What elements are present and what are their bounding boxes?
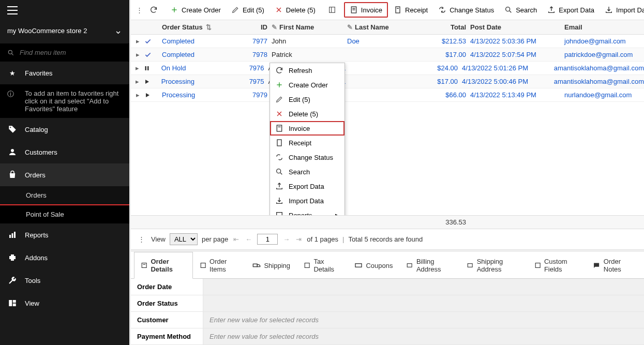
expand-icon[interactable]: ▸ [131,51,144,58]
svg-point-3 [11,149,14,152]
svg-rect-43 [253,264,258,266]
sidebar-search-input[interactable] [20,49,122,56]
status-icon [144,79,157,85]
tab-billing-address[interactable]: Billing Address [399,252,460,278]
col-order-status[interactable]: Order Status⇅ [158,23,245,31]
page-size-select[interactable]: ALL [170,233,198,245]
edit-button[interactable]: Edit (5) [227,2,269,18]
svg-rect-28 [145,66,147,70]
search-button[interactable]: Search [500,2,542,18]
svg-rect-8 [13,300,16,303]
table-row[interactable]: ▸Processing7979Nurlan$66.004/13/2022 5:1… [131,88,644,102]
status-cell: Processing [161,78,194,85]
tab-order-items[interactable]: Order Items [193,252,246,278]
table-row[interactable]: ▸Processing7975Amanta$17.004/13/2022 5:0… [131,75,644,88]
prev-page-button[interactable]: ← [244,235,253,243]
tab-coupons[interactable]: Coupons [348,252,399,278]
svg-rect-19 [396,7,400,13]
sidebar-item-addons[interactable]: Addons [0,246,129,269]
sidebar-item-orders[interactable]: Orders [0,163,129,186]
sidebar-item-customers[interactable]: Customers [0,141,129,163]
sidebar-item-view[interactable]: View [0,292,129,314]
sidebar-item-favorites[interactable]: ★ Favorites [0,62,129,84]
ctx-import[interactable]: Import Data [270,193,345,208]
expand-icon[interactable]: ▸ [131,64,144,72]
col-total[interactable]: Total [433,23,466,31]
person-icon [7,147,18,157]
store-selector[interactable]: my WooCommerce store 2 ⌄ [0,21,129,43]
ctx-edit[interactable]: Edit (5) [270,92,345,107]
next-page-button[interactable]: → [282,235,291,243]
email-cell: nurlandoe@gmail.com [560,91,644,99]
chevron-down-icon: ⌄ [114,25,122,36]
star-icon: ★ [7,68,18,78]
ctx-refresh[interactable]: Refresh [270,63,345,78]
page-number-input[interactable] [257,234,278,245]
first-name-cell: John [272,37,347,45]
ctx-change-status[interactable]: Change Status [270,150,345,164]
tab-shipping-address[interactable]: Shipping Address [460,252,527,278]
expand-icon[interactable]: ▸ [131,78,144,85]
ctx-reports[interactable]: Reports▶ [270,208,345,215]
col-post-date[interactable]: Post Date [466,23,560,31]
import-button[interactable]: Import Data [600,2,644,18]
ctx-export[interactable]: Export Data [270,179,345,193]
tab-order-notes[interactable]: Order Notes [587,252,641,278]
tab-custom-fields[interactable]: Custom Fields [528,252,587,278]
svg-rect-45 [355,264,362,267]
refresh-button[interactable] [146,2,161,18]
table-row[interactable]: ▸Completed7978Patrick$17.004/13/2022 5:0… [131,48,644,62]
col-id[interactable]: ID [245,23,272,31]
last-page-button[interactable]: ⇥ [295,235,303,243]
ctx-invoice[interactable]: Invoice [270,121,345,136]
table-row[interactable]: ▸Completed7977JohnDoe$212.534/13/2022 5:… [131,35,644,48]
toolbar-overflow-icon[interactable]: ⋮ [134,6,145,14]
sidebar-sub-orders[interactable]: Orders [0,186,129,205]
first-page-button[interactable]: ⇤ [232,235,240,243]
ctx-delete[interactable]: Delete (5) [270,107,345,121]
tab-shipping[interactable]: Shipping [246,252,297,278]
expand-icon[interactable]: ▸ [131,91,144,99]
menu-toggle-icon[interactable] [7,6,18,14]
svg-rect-42 [201,263,205,268]
ctx-search[interactable]: Search [270,164,345,179]
ctx-receipt[interactable]: Receipt [270,136,345,150]
col-email[interactable]: Email [560,23,644,31]
total-cell: $17.00 [433,51,466,58]
columns-button[interactable] [324,2,340,18]
layout-icon [7,298,18,308]
ctx-create-order[interactable]: Create Order [270,78,345,92]
sidebar-item-tools[interactable]: Tools [0,269,129,292]
record-count-label: Total 5 records are found [348,235,423,243]
tab-tax-details[interactable]: Tax Details [297,252,348,278]
svg-rect-39 [277,213,282,215]
email-cell: amantisoklahoma@gmail.com [550,78,644,85]
create-order-button[interactable]: Create Order [166,2,226,18]
chart-icon [7,230,18,240]
sidebar-sub-pos[interactable]: Point of Sale [0,205,129,223]
status-cell: Completed [162,37,194,45]
col-last-name[interactable]: ✎Last Name [347,23,433,31]
export-button[interactable]: Export Data [543,2,599,18]
context-menu: Refresh Create Order Edit (5) Delete (5)… [269,63,345,215]
svg-point-0 [8,50,12,54]
tag-icon [7,124,18,134]
expand-icon[interactable]: ▸ [131,37,144,45]
sidebar-item-catalog[interactable]: Catalog [0,118,129,141]
sidebar-item-reports[interactable]: Reports [0,223,129,246]
status-icon [144,65,157,71]
change-status-button[interactable]: Change Status [433,2,499,18]
delete-button[interactable]: Delete (5) [270,2,320,18]
table-row[interactable]: ▸On Hold7976Amanta$24.004/13/2022 5:01:2… [131,62,644,75]
svg-rect-9 [13,304,16,306]
receipt-button[interactable]: Receipt [389,2,432,18]
sum-total: 336.53 [433,218,466,226]
svg-rect-46 [408,264,412,267]
puzzle-icon [7,252,18,263]
tab-order-details[interactable]: Order Details [134,252,193,279]
col-first-name[interactable]: ✎First Name [272,23,347,31]
pager-overflow-icon[interactable]: ⋮ [136,235,147,243]
invoice-button[interactable]: Invoice [344,2,388,18]
id-cell: 7978 [245,51,272,58]
sidebar-search[interactable] [0,43,129,62]
